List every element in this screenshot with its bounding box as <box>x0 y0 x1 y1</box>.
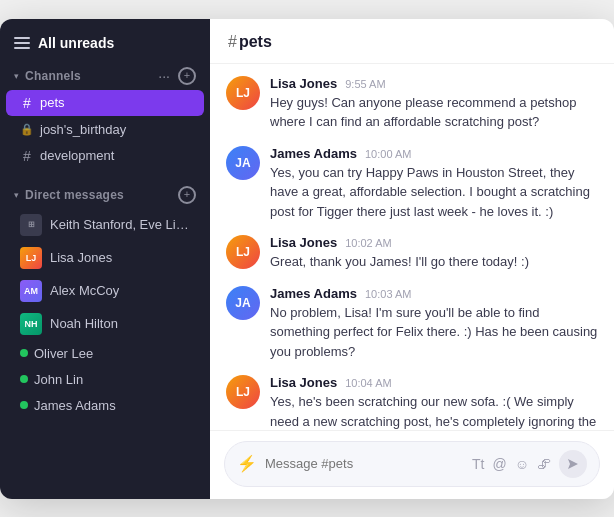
main-chat: #pets LJ Lisa Jones 9:55 AM Hey guys! Ca… <box>210 19 614 499</box>
dm-item-john[interactable]: John Lin <box>6 367 204 392</box>
dm-name-alex: Alex McCoy <box>50 283 119 298</box>
dm-section-label: Direct messages <box>25 188 174 202</box>
msg-time-m5: 10:04 AM <box>345 377 391 389</box>
msg-time-m3: 10:02 AM <box>345 237 391 249</box>
message-m1: LJ Lisa Jones 9:55 AM Hey guys! Can anyo… <box>226 76 598 132</box>
msg-sender-m3: Lisa Jones <box>270 235 337 250</box>
sidebar-title: All unreads <box>38 35 114 51</box>
channel-name-pets: pets <box>40 95 65 110</box>
msg-text-m5: Yes, he's been scratching our new sofa. … <box>270 392 598 430</box>
avatar-james-2: JA <box>226 286 260 320</box>
channels-more-button[interactable]: ··· <box>156 69 172 83</box>
avatar-lisa-3: LJ <box>226 375 260 409</box>
msg-header-m5: Lisa Jones 10:04 AM <box>270 375 598 390</box>
msg-header-m3: Lisa Jones 10:02 AM <box>270 235 598 250</box>
hash-icon: # <box>20 95 34 111</box>
avatar-james-1: JA <box>226 146 260 180</box>
dm-item-james[interactable]: James Adams <box>6 393 204 418</box>
msg-sender-m4: James Adams <box>270 286 357 301</box>
msg-header-m4: James Adams 10:03 AM <box>270 286 598 301</box>
chat-header: #pets <box>210 19 614 64</box>
channels-add-button[interactable]: + <box>178 67 196 85</box>
send-icon <box>568 459 578 469</box>
msg-time-m2: 10:00 AM <box>365 148 411 160</box>
msg-header-m2: James Adams 10:00 AM <box>270 146 598 161</box>
at-icon[interactable]: @ <box>492 456 506 472</box>
message-m5: LJ Lisa Jones 10:04 AM Yes, he's been sc… <box>226 375 598 430</box>
dm-section-header[interactable]: ▾ Direct messages + <box>0 180 210 208</box>
msg-text-m1: Hey guys! Can anyone please recommend a … <box>270 93 598 132</box>
msg-sender-m5: Lisa Jones <box>270 375 337 390</box>
channels-section-header[interactable]: ▾ Channels ··· + <box>0 61 210 89</box>
dm-avatar-keith-eve: ⊞ <box>20 214 42 236</box>
channels-section-label: Channels <box>25 69 152 83</box>
channel-pets[interactable]: # pets <box>6 90 204 116</box>
messages-container: LJ Lisa Jones 9:55 AM Hey guys! Can anyo… <box>210 64 614 430</box>
lightning-icon: ⚡ <box>237 454 257 473</box>
send-button[interactable] <box>559 450 587 478</box>
msg-header-m1: Lisa Jones 9:55 AM <box>270 76 598 91</box>
message-m3: LJ Lisa Jones 10:02 AM Great, thank you … <box>226 235 598 272</box>
app-container: All unreads ▾ Channels ··· + # pets 🔒 jo… <box>0 19 614 499</box>
dm-name-john: John Lin <box>34 372 83 387</box>
dm-item-keith-eve[interactable]: ⊞ Keith Stanford, Eve Libe... <box>6 209 204 241</box>
channels-chevron-icon: ▾ <box>14 71 19 81</box>
channel-development[interactable]: # development <box>6 143 204 169</box>
msg-sender-m2: James Adams <box>270 146 357 161</box>
channel-joshs-birthday[interactable]: 🔒 josh's_birthday <box>6 117 204 142</box>
msg-content-m4: James Adams 10:03 AM No problem, Lisa! I… <box>270 286 598 362</box>
channels-section: ▾ Channels ··· + # pets 🔒 josh's_birthda… <box>0 61 210 176</box>
sidebar-header: All unreads <box>0 19 210 61</box>
hash-icon-dev: # <box>20 148 34 164</box>
input-box: ⚡ Tt @ ☺ 🖇 <box>224 441 600 487</box>
message-input[interactable] <box>265 456 464 471</box>
status-dot-john <box>20 375 28 383</box>
msg-text-m4: No problem, Lisa! I'm sure you'll be abl… <box>270 303 598 362</box>
dm-name-oliver: Oliver Lee <box>34 346 93 361</box>
channel-name-development: development <box>40 148 114 163</box>
hamburger-icon[interactable] <box>14 37 30 49</box>
chat-input-area: ⚡ Tt @ ☺ 🖇 <box>210 430 614 499</box>
msg-content-m3: Lisa Jones 10:02 AM Great, thank you Jam… <box>270 235 598 272</box>
dm-item-lisa[interactable]: LJ Lisa Jones <box>6 242 204 274</box>
dm-avatar-lisa: LJ <box>20 247 42 269</box>
msg-content-m2: James Adams 10:00 AM Yes, you can try Ha… <box>270 146 598 222</box>
dm-add-button[interactable]: + <box>178 186 196 204</box>
dm-chevron-icon: ▾ <box>14 190 19 200</box>
chat-title: #pets <box>228 33 272 51</box>
dm-name-noah: Noah Hilton <box>50 316 118 331</box>
status-dot-james <box>20 401 28 409</box>
dm-avatar-noah: NH <box>20 313 42 335</box>
sidebar: All unreads ▾ Channels ··· + # pets 🔒 jo… <box>0 19 210 499</box>
msg-time-m4: 10:03 AM <box>365 288 411 300</box>
input-tools: Tt @ ☺ 🖇 <box>472 450 587 478</box>
avatar-lisa-1: LJ <box>226 76 260 110</box>
format-icon[interactable]: Tt <box>472 456 484 472</box>
channels-section-actions: ··· + <box>156 67 196 85</box>
attach-icon[interactable]: 🖇 <box>537 456 551 472</box>
dm-section: ▾ Direct messages + ⊞ Keith Stanford, Ev… <box>0 180 210 425</box>
channel-name-joshs-birthday: josh's_birthday <box>40 122 126 137</box>
emoji-icon[interactable]: ☺ <box>515 456 529 472</box>
msg-text-m3: Great, thank you James! I'll go there to… <box>270 252 598 272</box>
dm-item-noah[interactable]: NH Noah Hilton <box>6 308 204 340</box>
msg-time-m1: 9:55 AM <box>345 78 385 90</box>
lock-icon: 🔒 <box>20 123 34 136</box>
dm-item-alex[interactable]: AM Alex McCoy <box>6 275 204 307</box>
status-dot-oliver <box>20 349 28 357</box>
msg-sender-m1: Lisa Jones <box>270 76 337 91</box>
dm-name-lisa: Lisa Jones <box>50 250 112 265</box>
message-m4: JA James Adams 10:03 AM No problem, Lisa… <box>226 286 598 362</box>
avatar-lisa-2: LJ <box>226 235 260 269</box>
chat-title-hash: # <box>228 33 237 50</box>
svg-marker-0 <box>568 459 578 469</box>
dm-name-james: James Adams <box>34 398 116 413</box>
message-m2: JA James Adams 10:00 AM Yes, you can try… <box>226 146 598 222</box>
msg-content-m5: Lisa Jones 10:04 AM Yes, he's been scrat… <box>270 375 598 430</box>
dm-item-oliver[interactable]: Oliver Lee <box>6 341 204 366</box>
msg-content-m1: Lisa Jones 9:55 AM Hey guys! Can anyone … <box>270 76 598 132</box>
dm-name-keith-eve: Keith Stanford, Eve Libe... <box>50 217 190 232</box>
msg-text-m2: Yes, you can try Happy Paws in Houston S… <box>270 163 598 222</box>
dm-avatar-alex: AM <box>20 280 42 302</box>
